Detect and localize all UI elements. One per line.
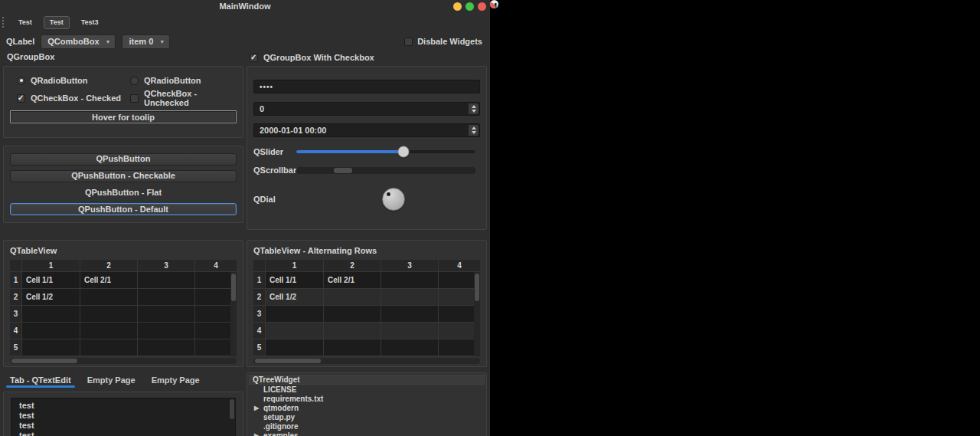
row-header[interactable]: 5 <box>253 339 266 356</box>
checkbox-icon[interactable] <box>130 94 139 103</box>
table-cell[interactable] <box>324 289 381 306</box>
row-header[interactable]: 4 <box>253 323 266 339</box>
table-cell[interactable] <box>80 339 138 356</box>
pushbutton-checkable[interactable]: QPushButton - Checkable <box>10 170 237 182</box>
titlebar[interactable]: MainWindow <box>490 0 498 8</box>
scrollbar-handle[interactable] <box>230 399 234 419</box>
tab-empty-page-2[interactable]: Empty Page <box>152 375 200 385</box>
table-cell[interactable] <box>381 323 439 339</box>
traffic-light-green-icon[interactable] <box>466 2 474 11</box>
table-cell[interactable] <box>324 306 381 323</box>
style-combobox[interactable]: QComboBox ▼ <box>41 34 116 49</box>
arrow-up-icon[interactable] <box>472 105 476 108</box>
pushbutton-default[interactable]: QPushButton - Default <box>10 203 237 215</box>
toolbar-button-test2[interactable]: Test <box>44 16 70 29</box>
tree-item[interactable]: requirements.txt <box>249 395 485 404</box>
table-cell[interactable] <box>80 306 138 323</box>
table-cell[interactable] <box>138 339 195 356</box>
table-cell[interactable] <box>80 323 138 339</box>
tableview[interactable]: 1 2 3 4 1 Cell 1/1 Cell 2/1 2 Cell <box>10 260 237 356</box>
traffic-light-yellow-icon[interactable] <box>453 2 462 11</box>
table-horizontal-scrollbar[interactable] <box>10 358 237 364</box>
toolbar-drag-handle-icon[interactable] <box>2 17 5 28</box>
spinbox-buttons[interactable] <box>469 103 479 114</box>
traffic-light-red-icon[interactable] <box>478 2 486 11</box>
radio-icon[interactable] <box>17 77 25 85</box>
column-header[interactable]: 2 <box>324 260 381 272</box>
table-row[interactable]: 3 <box>10 306 237 323</box>
password-field[interactable]: •••• <box>253 80 480 93</box>
row-header[interactable]: 3 <box>253 306 266 323</box>
radio-icon[interactable] <box>130 77 139 85</box>
row-header[interactable]: 2 <box>253 289 266 306</box>
row-header[interactable]: 5 <box>10 339 22 356</box>
tree-item[interactable]: .gitignore <box>249 422 485 431</box>
scrollbar-handle[interactable] <box>231 274 236 301</box>
row-header[interactable]: 2 <box>10 289 22 306</box>
table-cell[interactable] <box>22 306 80 323</box>
traffic-light-red-icon[interactable] <box>490 2 495 8</box>
table-row[interactable]: 4 <box>253 323 480 339</box>
table-cell[interactable]: Cell 1/2 <box>266 289 324 306</box>
tree-item[interactable]: setup.py <box>249 413 485 422</box>
textedit[interactable]: test test test test <box>11 398 236 436</box>
table-cell[interactable] <box>324 323 381 339</box>
table-cell[interactable]: Cell 1/1 <box>266 272 324 289</box>
table-row[interactable]: 3 <box>253 306 480 323</box>
tab-empty-page-1[interactable]: Empty Page <box>87 375 136 385</box>
qdial[interactable] <box>382 188 405 211</box>
tooltip-button[interactable]: Hover for toolip <box>10 110 237 123</box>
tree-item[interactable]: ▶qtmodern <box>249 404 485 413</box>
table-cell[interactable] <box>381 339 439 356</box>
row-header[interactable]: 3 <box>10 306 22 323</box>
table-corner[interactable] <box>253 260 266 272</box>
checkbox-checked[interactable]: QCheckBox - Checked <box>10 93 123 103</box>
radio-unchecked[interactable]: QRadioButton <box>123 75 237 86</box>
radio-checked[interactable]: QRadioButton <box>10 75 123 86</box>
table-row[interactable]: 1 Cell 1/1 Cell 2/1 <box>10 272 237 289</box>
titlebar[interactable]: MainWindow <box>0 0 490 12</box>
table-row[interactable]: 2 Cell 1/2 <box>10 289 237 306</box>
arrow-up-icon[interactable] <box>472 126 476 129</box>
arrow-down-icon[interactable] <box>472 110 476 113</box>
column-header[interactable]: 4 <box>195 260 237 272</box>
spinbox[interactable]: 0 <box>253 102 480 116</box>
table-row[interactable]: 5 <box>253 339 480 356</box>
table-cell[interactable] <box>381 289 439 306</box>
arrow-down-icon[interactable] <box>472 131 476 134</box>
row-header[interactable]: 1 <box>253 272 266 289</box>
table-vertical-scrollbar[interactable] <box>230 272 237 356</box>
table-row[interactable]: 4 <box>10 323 237 339</box>
table-cell[interactable] <box>381 306 439 323</box>
pushbutton[interactable]: QPushButton <box>10 153 237 166</box>
checkbox-icon[interactable] <box>250 54 258 62</box>
column-header[interactable]: 3 <box>138 260 195 272</box>
toolbar-button-test1[interactable]: Test <box>12 16 38 29</box>
toolbar-button-test3[interactable]: Test3 <box>75 16 105 29</box>
spinbox-buttons[interactable] <box>469 125 479 136</box>
expand-arrow-icon[interactable]: ▶ <box>254 405 259 412</box>
table-cell[interactable] <box>138 306 195 323</box>
table-cell[interactable]: Cell 1/2 <box>22 289 80 306</box>
tree-item[interactable]: LICENSE <box>249 385 485 395</box>
table-cell[interactable] <box>22 323 80 339</box>
table-vertical-scrollbar[interactable] <box>474 272 480 356</box>
qslider[interactable] <box>296 150 475 153</box>
scrollbar-handle[interactable] <box>334 168 351 173</box>
table-cell[interactable] <box>138 323 195 339</box>
table-row[interactable]: 1 Cell 1/1 Cell 2/1 <box>253 272 480 289</box>
qscrollbar[interactable] <box>296 167 475 174</box>
table-cell[interactable]: Cell 2/1 <box>80 272 138 289</box>
tree-item[interactable]: ▶examples <box>249 431 485 436</box>
scrollbar-handle[interactable] <box>475 274 479 301</box>
checkbox-icon[interactable] <box>17 94 25 103</box>
table-cell[interactable] <box>22 339 80 356</box>
table-cell[interactable] <box>80 289 138 306</box>
row-header[interactable]: 4 <box>10 323 22 339</box>
column-header[interactable]: 1 <box>266 260 324 272</box>
scrollbar-handle[interactable] <box>11 359 77 363</box>
table-cell[interactable] <box>381 272 439 289</box>
table-corner[interactable] <box>10 260 22 272</box>
row-header[interactable]: 1 <box>10 272 22 289</box>
column-header[interactable]: 4 <box>439 260 480 272</box>
